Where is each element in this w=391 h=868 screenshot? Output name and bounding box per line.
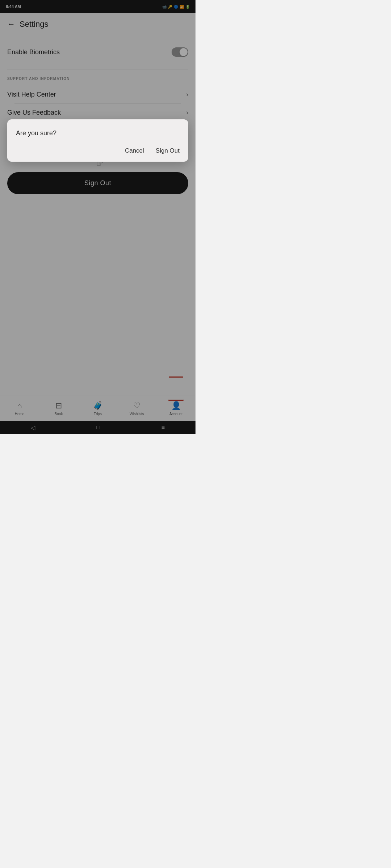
dialog-actions: Cancel Sign Out [16,147,180,154]
dialog-title: Are you sure? [16,129,180,137]
dialog-sign-out-button[interactable]: Sign Out [156,147,180,154]
confirm-dialog: Are you sure? Cancel Sign Out [7,119,188,162]
dialog-overlay [0,0,196,434]
cancel-button[interactable]: Cancel [125,147,144,154]
